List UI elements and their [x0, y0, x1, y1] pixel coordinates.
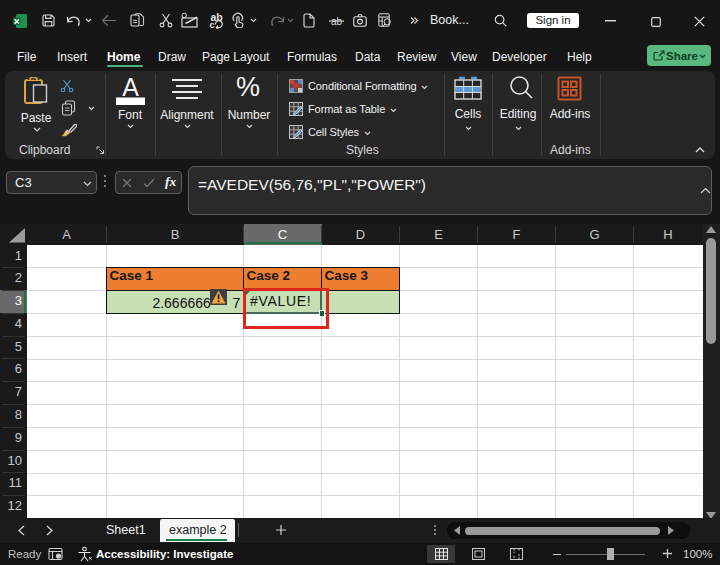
svg-text:c: c	[210, 20, 215, 29]
svg-text:A: A	[122, 75, 139, 101]
